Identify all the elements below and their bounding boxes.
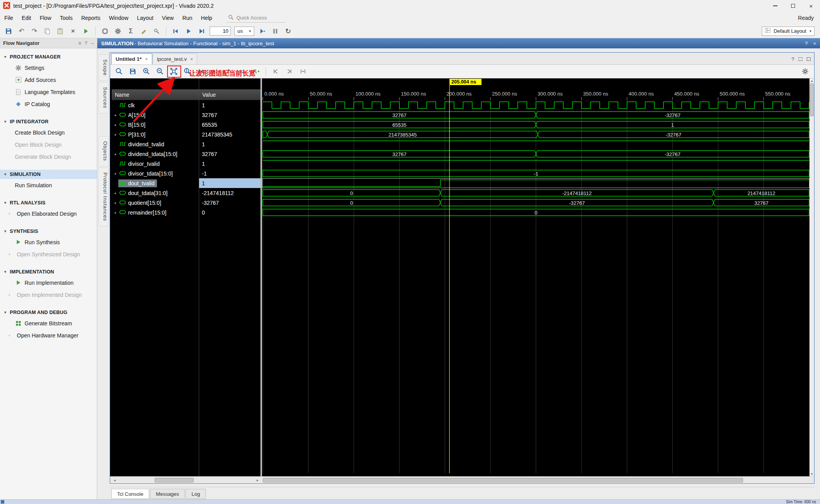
redo-icon[interactable]: ↷ xyxy=(30,27,39,36)
menu-window[interactable]: Window xyxy=(105,12,133,24)
run-for-time-icon[interactable] xyxy=(197,27,206,36)
signal-value[interactable]: 32767 xyxy=(199,149,260,159)
scroll-up-icon[interactable]: ▴ xyxy=(809,78,814,83)
side-tab-objects[interactable]: Objects xyxy=(98,136,109,166)
sidebar-item-run-implementation[interactable]: Run Implementation xyxy=(0,277,97,289)
signal-value[interactable]: 1 xyxy=(199,100,260,110)
signal-value[interactable]: -1 xyxy=(199,169,260,178)
expand-arrow-icon[interactable]: ▸ xyxy=(113,191,118,195)
expand-arrow-icon[interactable]: ▸ xyxy=(113,152,118,156)
restart-sim-icon[interactable] xyxy=(171,27,180,36)
close-simulation-icon[interactable]: × xyxy=(813,41,816,46)
sim-time-input[interactable] xyxy=(210,27,231,35)
vertical-scroll-thumb[interactable] xyxy=(810,83,814,116)
time-unit-select[interactable]: us▾ xyxy=(234,27,254,36)
name-hscrollbar[interactable]: ◂ ▸ xyxy=(112,477,260,483)
sidebar-item-language-templates[interactable]: Language Templates xyxy=(0,86,97,98)
wave-hscroll-thumb[interactable] xyxy=(263,478,743,483)
add-marker-icon[interactable] xyxy=(223,66,234,76)
sidebar-item-open-synthesized-design[interactable]: ›Open Synthesized Design xyxy=(0,248,97,260)
scroll-right-icon[interactable]: ▸ xyxy=(255,478,260,483)
probe-icon[interactable] xyxy=(152,27,161,36)
previous-transition-icon[interactable] xyxy=(196,66,206,76)
hide-panel-icon[interactable]: ─ xyxy=(91,41,94,46)
wave-hscrollbar[interactable] xyxy=(262,477,809,483)
expand-arrow-icon[interactable]: ▸ xyxy=(113,133,118,137)
signal-value[interactable]: 0 xyxy=(199,208,260,217)
signal-row[interactable]: dividend_tvalid xyxy=(112,139,199,149)
undo-icon[interactable]: ↶ xyxy=(17,27,26,36)
go-to-start-icon[interactable] xyxy=(271,66,281,76)
save-waveform-icon[interactable] xyxy=(128,66,138,76)
expand-arrow-icon[interactable]: ▸ xyxy=(113,172,118,176)
zoom-in-icon[interactable] xyxy=(141,66,152,76)
signal-value[interactable]: 32767 xyxy=(199,110,260,120)
name-hscroll-thumb[interactable] xyxy=(155,478,194,483)
menu-edit[interactable]: Edit xyxy=(18,12,36,24)
signal-value[interactable]: 1 xyxy=(199,139,260,149)
pane-help-icon[interactable]: ? xyxy=(791,56,794,62)
chip-icon[interactable] xyxy=(100,27,110,36)
signal-value[interactable]: 1 xyxy=(199,178,260,188)
nav-help-icon[interactable]: ? xyxy=(85,41,87,46)
run-all-icon[interactable] xyxy=(184,27,193,36)
flow-section-header-rtl-analysis[interactable]: ▼RTL ANALYSIS xyxy=(0,198,97,208)
flow-section-header-synthesis[interactable]: ▼SYNTHESIS xyxy=(0,227,97,236)
copy-icon[interactable] xyxy=(43,27,52,36)
run-icon[interactable] xyxy=(81,27,91,36)
tab-ipcore-test-v[interactable]: ipcore_test.v× xyxy=(153,53,198,64)
relaunch-icon[interactable]: ↻ xyxy=(283,27,293,36)
sidebar-item-run-synthesis[interactable]: Run Synthesis xyxy=(0,236,97,248)
maximize-pane-icon[interactable] xyxy=(807,56,811,62)
scroll-left-icon[interactable]: ◂ xyxy=(112,478,118,483)
console-tab-log[interactable]: Log xyxy=(185,489,206,499)
signal-row[interactable]: ▸divisor_tdata[15:0] xyxy=(112,169,199,178)
step-icon[interactable] xyxy=(258,27,267,36)
float-pane-icon[interactable] xyxy=(799,56,802,62)
swap-cursor-icon[interactable]: ⇄ xyxy=(237,66,247,76)
pause-icon[interactable] xyxy=(271,27,280,36)
value-column-header[interactable]: Value xyxy=(199,89,260,100)
close-tab-icon[interactable]: × xyxy=(190,57,193,62)
sidebar-item-settings[interactable]: Settings xyxy=(0,62,97,74)
side-tab-protocol-instances[interactable]: Protocol Instances xyxy=(98,167,109,226)
signal-row[interactable]: ▸dout_tdata[31:0] xyxy=(112,188,199,198)
sidebar-item-add-sources[interactable]: Add Sources xyxy=(0,74,97,86)
signal-row[interactable]: ▸P[31:0] xyxy=(112,130,199,139)
menu-tools[interactable]: Tools xyxy=(55,12,77,24)
sidebar-item-open-block-design[interactable]: Open Block Design xyxy=(0,138,97,151)
zoom-out-icon[interactable] xyxy=(155,66,165,76)
save-icon[interactable] xyxy=(4,27,13,36)
signal-row[interactable]: ▸remainder[15:0] xyxy=(112,208,199,217)
layout-selector[interactable]: Default Layout▾ xyxy=(762,27,815,36)
settings-gear-icon[interactable] xyxy=(113,27,123,36)
zoom-to-cursor-icon[interactable] xyxy=(182,66,193,76)
sidebar-item-ip-catalog[interactable]: IP Catalog xyxy=(0,98,97,110)
signal-value[interactable]: -32767 xyxy=(199,198,260,208)
sidebar-item-open-hardware-manager[interactable]: ›Open Hardware Manager xyxy=(0,329,97,341)
signal-row[interactable]: divisor_tvalid xyxy=(112,159,199,169)
pencil-icon[interactable] xyxy=(139,27,148,36)
close-tab-icon[interactable]: × xyxy=(145,57,148,62)
tab-untitled-1[interactable]: Untitled 1*× xyxy=(111,53,152,64)
sidebar-item-create-block-design[interactable]: Create Block Design xyxy=(0,126,97,138)
find-icon[interactable] xyxy=(114,66,124,76)
sidebar-item-open-implemented-design[interactable]: ›Open Implemented Design xyxy=(0,289,97,301)
menu-file[interactable]: File xyxy=(0,12,18,24)
signal-value[interactable]: -2147418112 xyxy=(199,188,260,198)
console-tab-tcl-console[interactable]: Tcl Console xyxy=(111,489,149,499)
delete-icon[interactable]: × xyxy=(68,27,78,36)
menu-reports[interactable]: Reports xyxy=(77,12,105,24)
waveform-canvas[interactable]: 0.000 ns50.000 ns100.000 ns150.000 ns200… xyxy=(262,78,809,476)
flow-section-header-simulation[interactable]: ▼SIMULATION xyxy=(0,170,97,179)
signal-row[interactable]: dout_tvalid xyxy=(112,178,199,188)
expand-arrow-icon[interactable]: ▸ xyxy=(113,211,118,215)
menu-view[interactable]: View xyxy=(158,12,178,24)
menu-help[interactable]: Help xyxy=(197,12,217,24)
side-tab-scope[interactable]: Scope xyxy=(98,54,109,81)
flow-section-header-ip-integrator[interactable]: ▼IP INTEGRATOR xyxy=(0,117,97,126)
maximize-button[interactable] xyxy=(784,0,802,12)
expand-arrow-icon[interactable]: ▸ xyxy=(113,201,118,205)
side-tab-sources[interactable]: Sources xyxy=(98,82,109,114)
close-button[interactable]: × xyxy=(802,0,820,12)
